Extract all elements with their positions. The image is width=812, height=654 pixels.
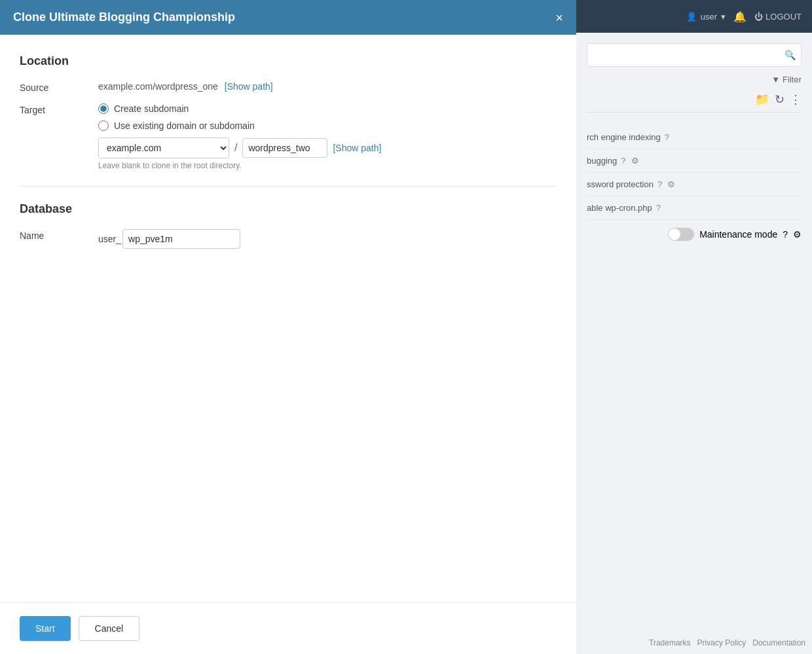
path-hint-text: Leave blank to clone in the root directo… bbox=[98, 161, 557, 170]
settings-item-label: able wp-cron.php bbox=[587, 203, 652, 213]
help-icon: ? bbox=[665, 132, 669, 142]
search-icon: 🔍 bbox=[784, 50, 796, 60]
settings-item-cron: able wp-cron.php ? bbox=[587, 196, 802, 220]
nav-username: user bbox=[701, 12, 717, 22]
filter-icon: ▼ bbox=[771, 75, 780, 84]
radio-create-subdomain-input[interactable] bbox=[98, 103, 109, 114]
maintenance-toggle bbox=[668, 228, 694, 241]
target-row: Target Create subdomain Use existing dom… bbox=[20, 103, 557, 170]
folder-icon: 📁 bbox=[755, 92, 769, 107]
footer-privacy: Privacy Policy bbox=[697, 638, 747, 647]
radio-existing-domain: Use existing domain or subdomain bbox=[98, 120, 557, 131]
background-content: 🔍 ▼ Filter 📁 ↻ ⋮ rch engine indexing ? b… bbox=[576, 33, 812, 654]
settings-gear-icon: ⚙ bbox=[667, 179, 675, 189]
user-icon: 👤 bbox=[686, 12, 697, 22]
more-icon: ⋮ bbox=[790, 92, 802, 107]
settings-item-label: rch engine indexing bbox=[587, 132, 661, 142]
target-label: Target bbox=[20, 103, 98, 115]
settings-gear-icon: ⚙ bbox=[631, 156, 639, 166]
domain-path-input[interactable] bbox=[242, 138, 327, 158]
modal-title: Clone Ultimate Blogging Championship bbox=[13, 10, 235, 24]
section-divider bbox=[20, 186, 557, 187]
footer-trademarks: Trademarks bbox=[649, 638, 691, 647]
settings-list: rch engine indexing ? bugging ? ⚙ ssword… bbox=[587, 126, 802, 220]
domain-row: example.com / [Show path] bbox=[98, 137, 557, 158]
domain-select[interactable]: example.com bbox=[98, 137, 229, 158]
db-name-input-row: user_ bbox=[98, 229, 557, 249]
settings-item-password: ssword protection ? ⚙ bbox=[587, 173, 802, 196]
source-label: Source bbox=[20, 81, 98, 93]
settings-item-label: bugging bbox=[587, 156, 617, 166]
refresh-icon: ↻ bbox=[775, 92, 784, 107]
source-row: Source example.com/wordpress_one [Show p… bbox=[20, 81, 557, 93]
domain-slash: / bbox=[234, 142, 237, 154]
modal-header: Clone Ultimate Blogging Championship × bbox=[0, 0, 576, 35]
clone-modal: Clone Ultimate Blogging Championship × L… bbox=[0, 0, 576, 654]
radio-existing-domain-label: Use existing domain or subdomain bbox=[114, 120, 255, 131]
database-section-title: Database bbox=[20, 202, 557, 216]
radio-existing-domain-input[interactable] bbox=[98, 120, 109, 131]
db-name-label: Name bbox=[20, 229, 98, 241]
radio-create-subdomain: Create subdomain bbox=[98, 103, 557, 114]
settings-item-label: ssword protection bbox=[587, 179, 654, 189]
footer-docs: Documentation bbox=[752, 638, 805, 647]
content-tools: 📁 ↻ ⋮ bbox=[587, 92, 802, 113]
modal-close-button[interactable]: × bbox=[555, 11, 563, 24]
source-show-path-link[interactable]: [Show path] bbox=[225, 81, 273, 92]
source-field: example.com/wordpress_one [Show path] bbox=[98, 81, 557, 92]
footer-links: Trademarks Privacy Policy Documentation bbox=[649, 638, 805, 647]
db-name-field: user_ bbox=[98, 229, 557, 249]
search-bar: 🔍 bbox=[587, 43, 802, 67]
source-text: example.com/wordpress_one bbox=[98, 81, 218, 92]
help-icon: ? bbox=[656, 203, 661, 213]
modal-footer: Start Cancel bbox=[0, 602, 576, 654]
db-name-input[interactable] bbox=[122, 229, 240, 249]
filter-label: Filter bbox=[783, 75, 802, 84]
settings-gear-icon: ⚙ bbox=[793, 229, 802, 240]
maintenance-row: Maintenance mode ? ⚙ bbox=[587, 220, 802, 249]
nav-user-area[interactable]: 👤 user ▾ bbox=[686, 12, 726, 22]
help-icon: ? bbox=[657, 179, 662, 189]
logout-icon: ⏻ bbox=[754, 12, 763, 22]
start-button[interactable]: Start bbox=[20, 616, 71, 641]
target-field: Create subdomain Use existing domain or … bbox=[98, 103, 557, 170]
logout-label: LOGOUT bbox=[766, 12, 802, 22]
settings-item-debug: bugging ? ⚙ bbox=[587, 149, 802, 173]
db-prefix: user_ bbox=[98, 234, 121, 244]
help-icon: ? bbox=[621, 156, 625, 166]
maintenance-label: Maintenance mode bbox=[699, 229, 777, 240]
settings-item-search: rch engine indexing ? bbox=[587, 126, 802, 149]
nav-bell-icon[interactable]: 🔔 bbox=[733, 10, 747, 23]
db-name-row: Name user_ bbox=[20, 229, 557, 249]
target-show-path-link[interactable]: [Show path] bbox=[333, 143, 381, 153]
nav-logout-button[interactable]: ⏻ LOGOUT bbox=[754, 12, 802, 22]
radio-create-subdomain-label: Create subdomain bbox=[114, 103, 189, 114]
toggle-knob bbox=[669, 228, 680, 240]
help-icon: ? bbox=[783, 229, 788, 240]
cancel-button[interactable]: Cancel bbox=[79, 616, 140, 641]
location-section-title: Location bbox=[20, 54, 557, 68]
filter-button: ▼ Filter bbox=[587, 75, 802, 84]
user-dropdown-icon: ▾ bbox=[721, 12, 726, 22]
modal-body: Location Source example.com/wordpress_on… bbox=[0, 35, 576, 602]
